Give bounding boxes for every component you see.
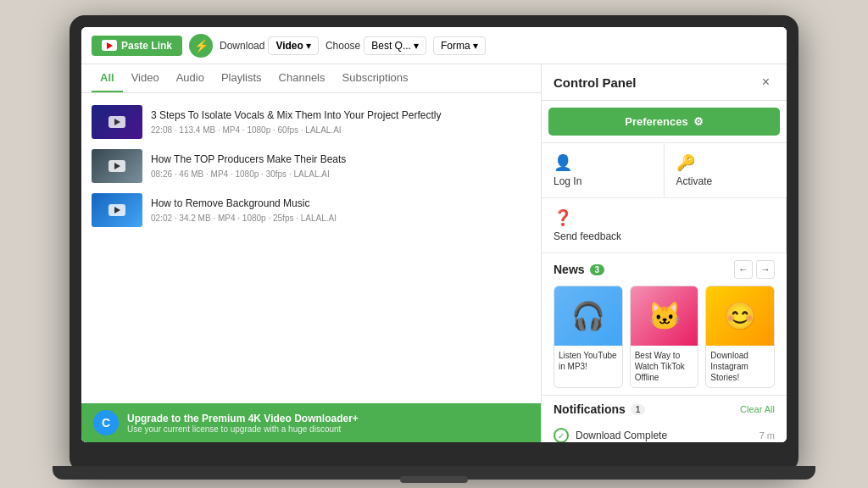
video-title: How The TOP Producers Make Their Beats: [151, 153, 531, 167]
tab-subscriptions[interactable]: Subscriptions: [334, 64, 417, 92]
news-card-text: Download Instagram Stories!: [706, 346, 774, 387]
download-type-value: Video: [275, 40, 303, 52]
control-panel-title: Control Panel: [554, 75, 637, 90]
youtube-icon: [102, 40, 117, 51]
news-card-image: 🎧: [554, 286, 622, 346]
action-grid: 👤 Log In 🔑 Activate ❓ Send feedback: [542, 142, 787, 253]
login-label: Log In: [554, 175, 652, 187]
choose-label: Choose: [326, 40, 360, 52]
format-dropdown-group: Forma ▾: [433, 36, 486, 55]
paste-link-label: Paste Link: [121, 40, 172, 52]
news-header: News 3 ← →: [554, 260, 775, 279]
news-title: News: [554, 263, 585, 276]
key-icon: 🔑: [676, 153, 776, 172]
notifications-title-row: Notifications 1: [554, 402, 645, 416]
laptop-base: [53, 466, 815, 480]
choose-dropdown-group: Choose Best Q... ▾: [326, 36, 426, 55]
settings-icon: ⚙: [693, 115, 704, 128]
tab-video[interactable]: Video: [123, 64, 168, 92]
clear-all-button[interactable]: Clear All: [740, 404, 775, 414]
format-dropdown[interactable]: Forma ▾: [433, 36, 486, 55]
news-cards: 🎧 Listen YouTube in MP3! 🐱 Best Way to W…: [554, 286, 775, 388]
chevron-down-icon: ▾: [306, 40, 311, 52]
check-icon: [554, 428, 569, 442]
person-icon: 👤: [554, 153, 652, 172]
paste-link-button[interactable]: Paste Link: [92, 36, 182, 56]
video-info: 3 Steps To Isolate Vocals & Mix Them Int…: [151, 109, 531, 135]
tabs-bar: All Video Audio Playlists Channels Subsc…: [81, 64, 541, 93]
chevron-down-icon-3: ▾: [473, 40, 478, 52]
quality-dropdown[interactable]: Best Q... ▾: [364, 36, 426, 55]
download-type-dropdown[interactable]: Video ▾: [268, 36, 318, 55]
video-item[interactable]: 3 Steps To Isolate Vocals & Mix Them Int…: [81, 100, 541, 144]
app-container: Paste Link ⚡ Download Video ▾ Choose Bes…: [81, 27, 787, 442]
question-icon: ❓: [554, 208, 774, 227]
main-area: All Video Audio Playlists Channels Subsc…: [81, 64, 787, 442]
control-panel-header: Control Panel ×: [542, 64, 787, 101]
news-section: News 3 ← →: [542, 253, 787, 395]
preferences-label: Preferences: [625, 115, 687, 128]
activate-label: Activate: [676, 175, 776, 187]
login-item[interactable]: 👤 Log In: [542, 143, 665, 198]
download-label: Download: [220, 40, 264, 52]
activate-item[interactable]: 🔑 Activate: [665, 143, 787, 198]
video-meta: 02:02 · 34.2 MB · MP4 · 1080p · 25fps · …: [151, 214, 531, 223]
headphones-emoji: 🎧: [571, 300, 605, 332]
video-title: How to Remove Background Music: [151, 197, 531, 211]
video-list: 3 Steps To Isolate Vocals & Mix Them Int…: [81, 93, 541, 403]
download-dropdown-group: Download Video ▾: [220, 36, 319, 55]
control-panel: Control Panel × Preferences ⚙ 👤: [541, 64, 787, 442]
left-panel: All Video Audio Playlists Channels Subsc…: [81, 64, 541, 442]
notifications-section: Notifications 1 Clear All Download Compl…: [542, 395, 787, 442]
news-title-row: News 3: [554, 263, 604, 276]
feedback-item[interactable]: ❓ Send feedback: [542, 198, 787, 253]
upgrade-title: Upgrade to the Premium 4K Video Download…: [127, 413, 359, 424]
notification-text: Download Complete: [576, 430, 753, 441]
video-item[interactable]: How The TOP Producers Make Their Beats 0…: [81, 144, 541, 188]
video-meta: 08:26 · 46 MB · MP4 · 1080p · 30fps · LA…: [151, 169, 531, 179]
control-panel-body: Preferences ⚙ 👤 Log In 🔑 Activate: [542, 101, 787, 442]
video-thumbnail: [92, 105, 142, 139]
news-card-image: 🐱: [631, 286, 698, 346]
instagram-emoji: 😊: [723, 300, 757, 332]
upgrade-banner[interactable]: C Upgrade to the Premium 4K Video Downlo…: [81, 403, 541, 442]
preferences-button[interactable]: Preferences ⚙: [548, 108, 780, 136]
tab-playlists[interactable]: Playlists: [213, 64, 270, 92]
video-thumbnail: [92, 149, 142, 183]
quality-value: Best Q...: [371, 40, 411, 52]
video-meta: 22:08 · 113.4 MB · MP4 · 1080p · 60fps ·…: [151, 125, 531, 135]
laptop: Paste Link ⚡ Download Video ▾ Choose Bes…: [70, 15, 798, 473]
video-thumbnail: [92, 193, 142, 227]
feedback-label: Send feedback: [554, 230, 774, 242]
play-icon: [108, 204, 125, 216]
notifications-header: Notifications 1 Clear All: [554, 402, 775, 416]
news-card[interactable]: 🐱 Best Way to Watch TikTok Offline: [630, 286, 699, 388]
video-title: 3 Steps To Isolate Vocals & Mix Them Int…: [151, 109, 531, 123]
chevron-down-icon-2: ▾: [414, 40, 419, 52]
news-card[interactable]: 🎧 Listen YouTube in MP3!: [554, 286, 623, 388]
laptop-notch: [400, 476, 468, 483]
notification-item: Download Complete 7 m: [554, 423, 775, 442]
laptop-screen: Paste Link ⚡ Download Video ▾ Choose Bes…: [81, 27, 787, 442]
toolbar: Paste Link ⚡ Download Video ▾ Choose Bes…: [81, 27, 787, 64]
notifications-count: 1: [631, 404, 646, 415]
tab-all[interactable]: All: [92, 64, 123, 92]
tiktok-emoji: 🐱: [648, 300, 682, 332]
play-icon: [108, 116, 125, 128]
news-next-button[interactable]: →: [756, 260, 775, 279]
upgrade-icon: C: [93, 410, 119, 435]
news-badge: 3: [590, 264, 605, 275]
news-prev-button[interactable]: ←: [734, 260, 753, 279]
news-card-image: 😊: [706, 286, 774, 346]
news-card-text: Best Way to Watch TikTok Offline: [631, 346, 698, 387]
add-url-button[interactable]: ⚡: [189, 34, 213, 58]
video-info: How The TOP Producers Make Their Beats 0…: [151, 153, 531, 179]
close-button[interactable]: ×: [757, 73, 775, 92]
upgrade-text: Upgrade to the Premium 4K Video Download…: [127, 413, 359, 434]
notification-time: 7 m: [760, 430, 775, 441]
tab-channels[interactable]: Channels: [270, 64, 334, 92]
tab-audio[interactable]: Audio: [168, 64, 213, 92]
news-card[interactable]: 😊 Download Instagram Stories!: [705, 286, 775, 388]
notifications-title: Notifications: [554, 402, 626, 416]
video-item[interactable]: How to Remove Background Music 02:02 · 3…: [81, 188, 541, 232]
